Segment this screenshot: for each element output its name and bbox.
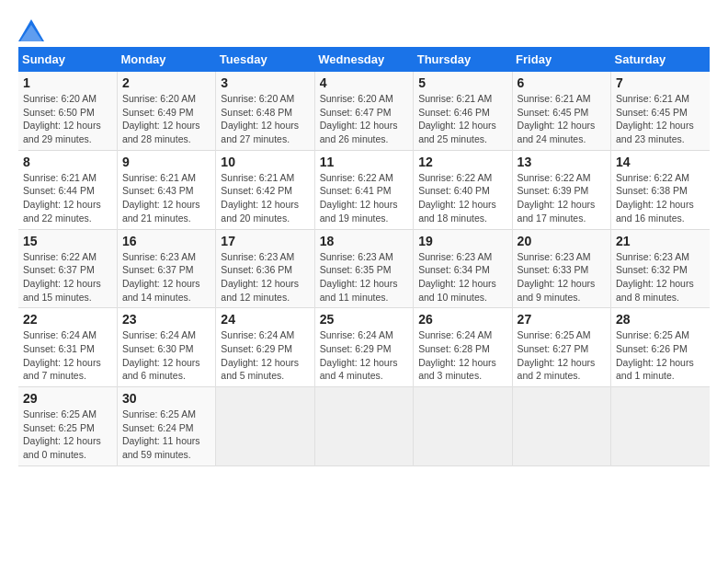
day-info: Sunrise: 6:24 AM Sunset: 6:29 PM Dayligh… [320, 328, 408, 383]
calendar-cell: 13 Sunrise: 6:22 AM Sunset: 6:39 PM Dayl… [512, 150, 610, 229]
day-info: Sunrise: 6:24 AM Sunset: 6:28 PM Dayligh… [418, 328, 506, 383]
day-number: 16 [122, 234, 210, 248]
calendar-cell: 2 Sunrise: 6:20 AM Sunset: 6:49 PM Dayli… [117, 72, 215, 150]
calendar-cell [414, 387, 512, 466]
calendar-cell: 17 Sunrise: 6:23 AM Sunset: 6:36 PM Dayl… [216, 229, 314, 308]
calendar-cell [512, 387, 610, 466]
calendar-cell: 9 Sunrise: 6:21 AM Sunset: 6:43 PM Dayli… [117, 150, 215, 229]
calendar-cell: 1 Sunrise: 6:20 AM Sunset: 6:50 PM Dayli… [18, 72, 117, 150]
day-info: Sunrise: 6:23 AM Sunset: 6:35 PM Dayligh… [320, 250, 408, 304]
weekday-header-sunday: Sunday [18, 47, 117, 72]
calendar-cell: 22 Sunrise: 6:24 AM Sunset: 6:31 PM Dayl… [18, 308, 117, 387]
day-number: 28 [616, 312, 705, 327]
day-number: 17 [221, 234, 309, 248]
day-number: 14 [616, 155, 705, 169]
weekday-header-saturday: Saturday [611, 47, 710, 72]
calendar-cell: 5 Sunrise: 6:21 AM Sunset: 6:46 PM Dayli… [414, 72, 512, 150]
day-number: 30 [122, 391, 210, 406]
calendar-cell: 21 Sunrise: 6:23 AM Sunset: 6:32 PM Dayl… [611, 229, 710, 308]
calendar-cell: 10 Sunrise: 6:21 AM Sunset: 6:42 PM Dayl… [216, 150, 314, 229]
day-number: 25 [320, 312, 408, 327]
day-info: Sunrise: 6:21 AM Sunset: 6:45 PM Dayligh… [518, 92, 606, 146]
day-number: 26 [418, 312, 506, 327]
day-number: 11 [320, 155, 408, 169]
day-info: Sunrise: 6:20 AM Sunset: 6:48 PM Dayligh… [221, 92, 309, 146]
calendar-cell: 24 Sunrise: 6:24 AM Sunset: 6:29 PM Dayl… [216, 308, 314, 387]
calendar-cell: 25 Sunrise: 6:24 AM Sunset: 6:29 PM Dayl… [314, 308, 413, 387]
calendar-cell: 26 Sunrise: 6:24 AM Sunset: 6:28 PM Dayl… [414, 308, 512, 387]
calendar-cell: 28 Sunrise: 6:25 AM Sunset: 6:26 PM Dayl… [611, 308, 710, 387]
weekday-header-monday: Monday [117, 47, 215, 72]
day-info: Sunrise: 6:22 AM Sunset: 6:40 PM Dayligh… [418, 171, 506, 225]
day-number: 21 [616, 234, 705, 248]
calendar-table: SundayMondayTuesdayWednesdayThursdayFrid… [18, 47, 710, 466]
day-info: Sunrise: 6:24 AM Sunset: 6:30 PM Dayligh… [122, 328, 210, 383]
calendar-cell: 19 Sunrise: 6:23 AM Sunset: 6:34 PM Dayl… [414, 229, 512, 308]
day-number: 1 [23, 75, 112, 90]
calendar-cell: 23 Sunrise: 6:24 AM Sunset: 6:30 PM Dayl… [117, 308, 215, 387]
day-number: 23 [122, 312, 210, 327]
day-info: Sunrise: 6:25 AM Sunset: 6:24 PM Dayligh… [122, 408, 210, 462]
calendar-cell: 15 Sunrise: 6:22 AM Sunset: 6:37 PM Dayl… [18, 229, 117, 308]
calendar-cell: 14 Sunrise: 6:22 AM Sunset: 6:38 PM Dayl… [611, 150, 710, 229]
day-number: 7 [616, 75, 705, 90]
calendar-week-3: 15 Sunrise: 6:22 AM Sunset: 6:37 PM Dayl… [18, 229, 710, 308]
weekday-header-row: SundayMondayTuesdayWednesdayThursdayFrid… [18, 47, 710, 72]
day-info: Sunrise: 6:23 AM Sunset: 6:32 PM Dayligh… [616, 250, 705, 304]
calendar-cell: 30 Sunrise: 6:25 AM Sunset: 6:24 PM Dayl… [117, 387, 215, 466]
day-info: Sunrise: 6:21 AM Sunset: 6:44 PM Dayligh… [23, 171, 112, 225]
day-number: 15 [23, 234, 112, 248]
day-info: Sunrise: 6:25 AM Sunset: 6:26 PM Dayligh… [616, 328, 705, 383]
calendar-cell: 7 Sunrise: 6:21 AM Sunset: 6:45 PM Dayli… [611, 72, 710, 150]
day-info: Sunrise: 6:20 AM Sunset: 6:47 PM Dayligh… [320, 92, 408, 146]
calendar-week-4: 22 Sunrise: 6:24 AM Sunset: 6:31 PM Dayl… [18, 308, 710, 387]
calendar-cell: 3 Sunrise: 6:20 AM Sunset: 6:48 PM Dayli… [216, 72, 314, 150]
day-info: Sunrise: 6:21 AM Sunset: 6:46 PM Dayligh… [418, 92, 506, 146]
day-info: Sunrise: 6:22 AM Sunset: 6:38 PM Dayligh… [616, 171, 705, 225]
header [18, 18, 710, 38]
calendar-week-2: 8 Sunrise: 6:21 AM Sunset: 6:44 PM Dayli… [18, 150, 710, 229]
calendar-cell: 18 Sunrise: 6:23 AM Sunset: 6:35 PM Dayl… [314, 229, 413, 308]
day-number: 12 [418, 155, 506, 169]
day-number: 29 [23, 391, 112, 406]
calendar-week-1: 1 Sunrise: 6:20 AM Sunset: 6:50 PM Dayli… [18, 72, 710, 150]
day-info: Sunrise: 6:25 AM Sunset: 6:25 PM Dayligh… [23, 408, 112, 462]
logo [18, 18, 44, 38]
weekday-header-thursday: Thursday [414, 47, 512, 72]
day-info: Sunrise: 6:23 AM Sunset: 6:36 PM Dayligh… [221, 250, 309, 304]
day-info: Sunrise: 6:20 AM Sunset: 6:50 PM Dayligh… [23, 92, 112, 146]
day-number: 8 [23, 155, 112, 169]
calendar-cell: 6 Sunrise: 6:21 AM Sunset: 6:45 PM Dayli… [512, 72, 610, 150]
calendar-cell: 4 Sunrise: 6:20 AM Sunset: 6:47 PM Dayli… [314, 72, 413, 150]
day-info: Sunrise: 6:24 AM Sunset: 6:31 PM Dayligh… [23, 328, 112, 383]
day-info: Sunrise: 6:20 AM Sunset: 6:49 PM Dayligh… [122, 92, 210, 146]
day-number: 5 [418, 75, 506, 90]
day-number: 6 [518, 75, 606, 90]
day-number: 19 [418, 234, 506, 248]
day-number: 10 [221, 155, 309, 169]
day-info: Sunrise: 6:21 AM Sunset: 6:43 PM Dayligh… [122, 171, 210, 225]
calendar-cell: 20 Sunrise: 6:23 AM Sunset: 6:33 PM Dayl… [512, 229, 610, 308]
day-number: 9 [122, 155, 210, 169]
day-number: 22 [23, 312, 112, 327]
day-info: Sunrise: 6:21 AM Sunset: 6:45 PM Dayligh… [616, 92, 705, 146]
day-info: Sunrise: 6:22 AM Sunset: 6:39 PM Dayligh… [518, 171, 606, 225]
day-info: Sunrise: 6:23 AM Sunset: 6:33 PM Dayligh… [518, 250, 606, 304]
weekday-header-wednesday: Wednesday [314, 47, 413, 72]
calendar-cell: 12 Sunrise: 6:22 AM Sunset: 6:40 PM Dayl… [414, 150, 512, 229]
calendar-cell: 27 Sunrise: 6:25 AM Sunset: 6:27 PM Dayl… [512, 308, 610, 387]
logo-icon [18, 19, 40, 38]
day-info: Sunrise: 6:21 AM Sunset: 6:42 PM Dayligh… [221, 171, 309, 225]
calendar-cell: 29 Sunrise: 6:25 AM Sunset: 6:25 PM Dayl… [18, 387, 117, 466]
calendar-cell [314, 387, 413, 466]
day-number: 20 [518, 234, 606, 248]
day-info: Sunrise: 6:25 AM Sunset: 6:27 PM Dayligh… [518, 328, 606, 383]
day-info: Sunrise: 6:23 AM Sunset: 6:37 PM Dayligh… [122, 250, 210, 304]
calendar-cell: 16 Sunrise: 6:23 AM Sunset: 6:37 PM Dayl… [117, 229, 215, 308]
day-number: 18 [320, 234, 408, 248]
calendar-cell: 8 Sunrise: 6:21 AM Sunset: 6:44 PM Dayli… [18, 150, 117, 229]
day-info: Sunrise: 6:23 AM Sunset: 6:34 PM Dayligh… [418, 250, 506, 304]
day-number: 13 [518, 155, 606, 169]
day-number: 24 [221, 312, 309, 327]
calendar-cell [611, 387, 710, 466]
